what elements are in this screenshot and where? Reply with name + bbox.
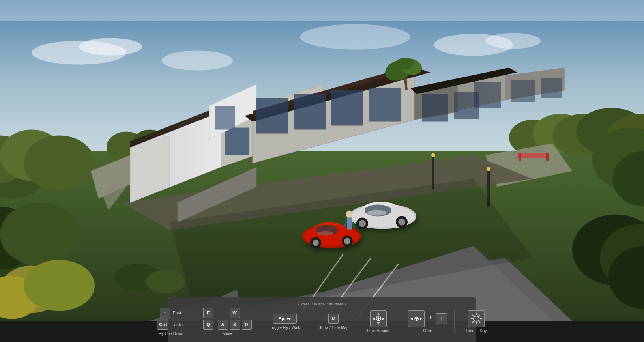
svg-rect-25 (519, 153, 521, 161)
key-d[interactable]: D (242, 320, 252, 330)
hud-section-move: E Q W A S D Move (196, 308, 259, 336)
svg-rect-46 (422, 94, 448, 122)
svg-point-81 (318, 231, 333, 236)
svg-text:►: ► (381, 316, 385, 321)
svg-rect-26 (546, 153, 549, 161)
svg-point-3 (162, 51, 233, 71)
svg-rect-53 (541, 78, 562, 98)
toggle-keys-row: Space (273, 314, 297, 324)
hud-section-show-hide-map: M Show / Hide Map (311, 314, 356, 330)
key-ctrl[interactable]: Ctrl (157, 320, 168, 330)
svg-rect-42 (331, 90, 363, 126)
time-of-day-icon-row (468, 310, 485, 327)
svg-point-87 (359, 220, 366, 227)
orbit-icon: ⊕ ◄ ► (408, 310, 425, 327)
press-h-note: ( Press H to hide instructions ) (298, 302, 346, 306)
key-space[interactable]: Space (273, 314, 297, 324)
orbit-icon-row: ⊕ ◄ ► + ↑ (408, 310, 447, 327)
svg-text:◄: ◄ (372, 316, 376, 321)
map-keys-row: M (328, 314, 339, 324)
svg-point-78 (313, 240, 319, 246)
svg-line-123 (472, 321, 474, 323)
svg-rect-43 (369, 88, 401, 122)
move-label: Move (223, 331, 232, 336)
svg-point-64 (487, 167, 490, 171)
svg-point-6 (300, 24, 410, 50)
time-of-day-icon (468, 310, 485, 327)
svg-point-97 (0, 203, 79, 266)
orbit-plus-separator: + (429, 310, 432, 321)
toggle-fly-walk-label: Toggle Fly / Walk (270, 325, 300, 330)
key-e[interactable]: E (203, 308, 213, 318)
orbit-label: Orbit (423, 329, 432, 333)
svg-text:↑: ↑ (440, 315, 443, 321)
look-around-icon-row: ⊕ ▲ ▼ ◄ ► (370, 310, 387, 327)
svg-text:►: ► (419, 316, 423, 321)
svg-rect-32 (225, 128, 249, 155)
look-around-label: Look Around (367, 329, 389, 333)
hud-section-look-around: ⊕ ▲ ▼ ◄ ► Look Around (360, 310, 397, 333)
svg-point-62 (431, 153, 435, 157)
key-up-arrow[interactable]: ↑ (160, 308, 170, 318)
svg-point-80 (344, 238, 350, 245)
svg-point-90 (367, 210, 386, 216)
svg-point-100 (24, 260, 95, 311)
hud-overlay: ( Press H to hide instructions ) ↑ Fast … (168, 297, 476, 342)
hud-section-toggle-fly-walk: Space Toggle Fly / Walk (263, 314, 308, 330)
look-around-icon: ⊕ ▲ ▼ ◄ ► (370, 310, 387, 327)
orbit-up-icon: ↑ (436, 313, 447, 324)
svg-rect-24 (517, 153, 549, 158)
viewport: ( Press H to hide instructions ) ↑ Fast … (0, 0, 644, 342)
svg-point-11 (24, 136, 95, 191)
hud-controls-row: ↑ Fast Ctrl Faster Fly Up / Down E Q (176, 308, 468, 336)
svg-point-105 (146, 270, 185, 293)
svg-rect-36 (215, 106, 235, 130)
key-a[interactable]: A (218, 320, 228, 330)
svg-rect-40 (256, 98, 288, 134)
key-w[interactable]: W (230, 308, 240, 318)
show-hide-map-label: Show / Hide Map (318, 325, 348, 330)
svg-line-122 (479, 315, 480, 316)
fly-up-down-label: Fly Up / Down (159, 331, 183, 336)
3d-scene (0, 0, 644, 342)
svg-text:◄: ◄ (410, 316, 414, 321)
svg-point-5 (485, 33, 541, 49)
svg-rect-52 (511, 80, 535, 102)
svg-rect-92 (347, 218, 352, 230)
svg-text:▲: ▲ (376, 312, 380, 316)
key-q[interactable]: Q (203, 320, 213, 330)
svg-point-2 (79, 38, 142, 56)
svg-rect-48 (474, 82, 501, 108)
time-of-day-label: Time of Day (466, 329, 487, 333)
fly-keys-row2: Ctrl Faster (157, 320, 184, 330)
svg-text:⊕: ⊕ (414, 315, 419, 322)
hud-section-orbit: ⊕ ◄ ► + ↑ Orbit (401, 310, 455, 333)
svg-point-91 (346, 211, 352, 219)
fly-keys-row1: ↑ Fast (160, 308, 182, 318)
svg-line-121 (479, 321, 480, 323)
svg-rect-61 (432, 157, 434, 189)
fast-label: Fast (173, 310, 181, 315)
key-m[interactable]: M (328, 314, 339, 324)
move-keys-top: E Q W A S D (203, 308, 252, 330)
key-s[interactable]: S (230, 320, 240, 330)
svg-text:▼: ▼ (376, 321, 380, 325)
faster-label: Faster (171, 322, 183, 327)
svg-point-89 (398, 219, 405, 226)
svg-line-120 (472, 315, 474, 316)
svg-rect-41 (294, 94, 326, 130)
hud-section-time-of-day: Time of Day (459, 310, 494, 333)
hud-section-fly-up-down: ↑ Fast Ctrl Faster Fly Up / Down (150, 308, 192, 336)
svg-point-115 (474, 316, 479, 321)
